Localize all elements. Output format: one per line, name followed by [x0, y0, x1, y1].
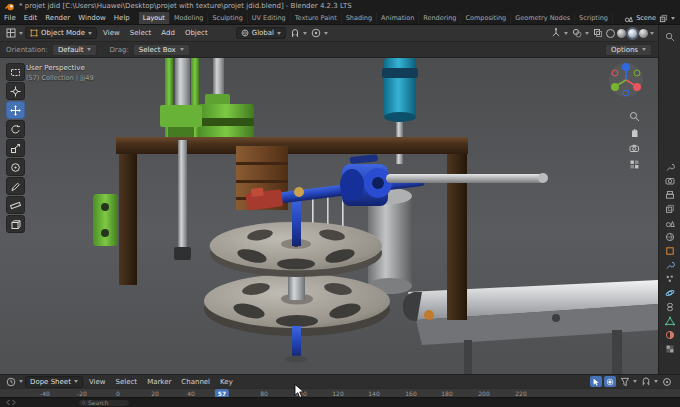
viewport-3d[interactable]: User Perspective (57) Collection | jjj49	[0, 58, 658, 374]
global-search[interactable]	[78, 399, 130, 407]
tool-select-box[interactable]	[6, 63, 25, 81]
filter-chevron-icon[interactable]	[633, 380, 637, 383]
gizmo-y-axis[interactable]	[611, 83, 619, 91]
editor-type-icon[interactable]	[4, 27, 17, 40]
workspace-tab-animation[interactable]: Animation	[377, 12, 419, 24]
menu-viewport-select[interactable]: Select	[126, 29, 156, 37]
tab-object[interactable]	[663, 245, 676, 256]
orientation-setting-selector[interactable]: Default	[52, 44, 98, 56]
zoom-icon[interactable]	[628, 110, 641, 123]
shading-options-chevron-icon[interactable]	[650, 32, 654, 35]
workspace-tab-geometry-nodes[interactable]: Geometry Nodes	[511, 12, 575, 24]
timeline-editor-type-icon[interactable]	[4, 375, 17, 388]
menu-timeline-key[interactable]: Key	[216, 378, 237, 386]
workspace-tab-sculpting[interactable]: Sculpting	[208, 12, 247, 24]
shading-solid-icon[interactable]	[617, 29, 626, 38]
shading-rendered-icon[interactable]	[639, 29, 648, 38]
timeline-ruler[interactable]: -40 -20 0 20 40 80 100 120 140 160 180 2…	[0, 388, 680, 397]
properties-search-icon[interactable]	[663, 30, 676, 43]
mode-selector[interactable]: Object Mode	[25, 27, 97, 39]
object-mode-icon	[30, 29, 38, 37]
menu-timeline-marker[interactable]: Marker	[143, 378, 175, 386]
filter-funnel-icon[interactable]	[618, 375, 631, 388]
tab-scene[interactable]	[663, 217, 676, 228]
scene-selector[interactable]: Scene	[619, 12, 680, 24]
proportional-editing-icon[interactable]	[309, 27, 322, 40]
menu-help[interactable]: Help	[110, 12, 134, 24]
menu-timeline-select[interactable]: Select	[112, 378, 142, 386]
tool-move[interactable]	[6, 101, 25, 119]
search-input[interactable]	[88, 399, 126, 406]
viewport-header: Object Mode View Select Add Object Globa…	[0, 25, 658, 42]
tab-render[interactable]	[663, 175, 676, 186]
steel-rod[interactable]	[386, 173, 548, 183]
menu-window[interactable]: Window	[74, 12, 110, 24]
tab-tool[interactable]	[663, 161, 676, 172]
overlays-options-chevron-icon[interactable]	[585, 32, 589, 35]
globe-icon	[241, 29, 249, 37]
green-plate[interactable]	[93, 194, 118, 246]
workspace-tab-modeling[interactable]: Modeling	[170, 12, 209, 24]
workspace-tab-shading[interactable]: Shading	[342, 12, 377, 24]
gizmo-z-axis[interactable]	[622, 63, 630, 71]
proportional-options-chevron-icon[interactable]	[324, 32, 328, 35]
snap-options-chevron-icon[interactable]	[303, 32, 307, 35]
show-overlays-icon[interactable]	[570, 27, 583, 40]
tab-view-layer[interactable]	[663, 203, 676, 214]
toggle-ortho-icon[interactable]	[628, 158, 641, 171]
show-hidden-filter-icon[interactable]	[604, 376, 616, 387]
toggle-xray-icon[interactable]	[591, 27, 604, 40]
workspace-tab-texture-paint[interactable]: Texture Paint	[291, 12, 342, 24]
menu-render[interactable]: Render	[41, 12, 74, 24]
snap-magnet-icon[interactable]	[288, 27, 301, 40]
tool-measure[interactable]	[6, 196, 25, 214]
workspace-tab-uv-editing[interactable]: UV Editing	[248, 12, 291, 24]
blender-logo-icon	[5, 2, 15, 11]
tool-scale[interactable]	[6, 139, 25, 157]
tool-rotate[interactable]	[6, 120, 25, 138]
transform-orientation-selector[interactable]: Global	[236, 27, 286, 39]
gizmo-x-axis[interactable]	[633, 83, 641, 91]
tool-add-cube[interactable]	[6, 215, 25, 233]
tab-output[interactable]	[663, 189, 676, 200]
workspace-tab-scripting[interactable]: Scripting	[575, 12, 613, 24]
tab-physics[interactable]	[663, 287, 676, 298]
pan-hand-icon[interactable]	[628, 126, 641, 139]
tab-particles[interactable]	[663, 273, 676, 284]
snap-keys-chevron-icon[interactable]	[654, 380, 658, 383]
navigation-gizmo[interactable]	[608, 62, 644, 98]
show-gizmo-icon[interactable]	[549, 27, 562, 40]
drag-setting-selector[interactable]: Select Box	[133, 44, 190, 56]
menu-edit[interactable]: Edit	[20, 12, 42, 24]
menu-file[interactable]: File	[0, 12, 20, 24]
tab-texture[interactable]	[663, 343, 676, 354]
tab-modifiers[interactable]	[663, 259, 676, 270]
menu-viewport-object[interactable]: Object	[181, 29, 212, 37]
scene-canvas[interactable]	[0, 58, 658, 374]
menu-viewport-view[interactable]: View	[99, 29, 124, 37]
menu-timeline-view[interactable]: View	[85, 378, 110, 386]
tab-constraints[interactable]	[663, 301, 676, 312]
gizmo-options-chevron-icon[interactable]	[564, 32, 568, 35]
menu-timeline-channel[interactable]: Channel	[177, 378, 214, 386]
snap-keys-icon[interactable]	[639, 375, 652, 388]
camera-view-icon[interactable]	[628, 142, 641, 155]
shading-material-icon[interactable]	[628, 29, 637, 38]
tool-transform[interactable]	[6, 158, 25, 176]
tab-object-data[interactable]	[663, 315, 676, 326]
menu-viewport-add[interactable]: Add	[157, 29, 179, 37]
tab-material[interactable]	[663, 329, 676, 340]
options-button[interactable]: Options	[605, 44, 652, 56]
workspace-tab-compositing[interactable]: Compositing	[461, 12, 511, 24]
editor-corner-icon[interactable]	[6, 399, 16, 406]
workspace-tab-rendering[interactable]: Rendering	[419, 12, 461, 24]
only-selected-filter-icon[interactable]	[590, 376, 602, 387]
shading-wireframe-icon[interactable]	[606, 29, 615, 38]
options-chevron-icon	[642, 48, 646, 51]
workspace-tab-layout[interactable]: Layout	[139, 12, 170, 24]
tool-cursor[interactable]	[6, 82, 25, 100]
tab-world[interactable]	[663, 231, 676, 242]
tool-annotate[interactable]	[6, 177, 25, 195]
proportional-keys-icon[interactable]	[660, 375, 673, 388]
dope-sheet-mode-selector[interactable]: Dope Sheet	[25, 376, 83, 388]
